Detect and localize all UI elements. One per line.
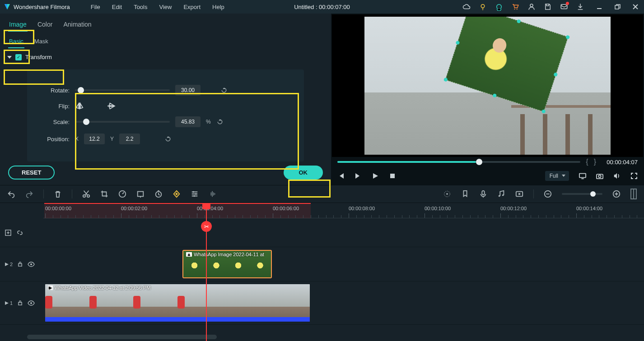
adjust-icon[interactable] [191,190,199,198]
undo-icon[interactable] [7,190,15,198]
support-icon[interactable] [495,3,503,11]
video-track-icon [5,301,9,305]
menu-help[interactable]: Help [208,2,229,12]
menu-export[interactable]: Export [179,2,205,12]
crop-icon[interactable] [100,190,108,198]
chevron-down-icon[interactable] [7,56,12,59]
svg-rect-14 [138,192,144,197]
timeline-ruler[interactable]: 00:00:00:0000:00:02:0000:00:04:0000:00:0… [43,203,644,218]
download-icon[interactable] [576,3,584,11]
svg-point-22 [499,195,500,197]
clip-image[interactable]: ▲WhatsApp Image 2022-04-11 at [182,250,272,278]
menu-file[interactable]: File [86,2,105,12]
prev-frame-icon[interactable] [337,172,345,180]
reset-button[interactable]: RESET [8,166,55,180]
flip-vertical-icon[interactable] [107,102,117,110]
music-icon[interactable] [497,190,505,198]
save-icon[interactable] [544,3,552,11]
svg-point-10 [598,175,601,177]
preview-progress-bar[interactable] [337,161,580,163]
track-2-label: 2 [10,262,13,267]
track-2: 2 ▲WhatsApp Image 2022-04-11 at [0,247,644,281]
render-icon[interactable] [443,190,451,198]
timeline-horizontal-scrollbar[interactable] [27,335,217,339]
svg-point-18 [193,195,195,197]
tab-animation[interactable]: Animation [62,19,92,32]
mic-icon[interactable] [479,190,487,198]
cart-icon[interactable] [511,3,519,11]
delete-icon[interactable] [54,190,62,198]
volume-icon[interactable] [613,172,621,180]
window-close-icon[interactable] [632,4,639,10]
menu-edit[interactable]: Edit [107,2,126,12]
tab-color[interactable]: Color [37,19,53,32]
clip-video-label: WhatsApp Video 2022-04-12 at 2:09:56 PM [55,285,151,290]
ok-button[interactable]: OK [284,166,323,180]
freeze-icon[interactable] [136,190,145,198]
messages-icon[interactable] [560,3,568,11]
track-lock-icon[interactable] [17,261,23,267]
position-y-input[interactable]: 2.2 [119,134,140,144]
duration-icon[interactable] [154,190,163,198]
window-minimize-icon[interactable] [596,4,602,10]
scale-value-input[interactable]: 45.83 [175,116,201,127]
zoom-slider[interactable] [562,193,602,195]
position-reset-icon[interactable] [164,135,172,143]
idea-icon[interactable] [479,3,487,11]
track-lock-icon[interactable] [17,300,23,306]
play-icon[interactable] [372,172,379,180]
preview-quality-dropdown[interactable]: Full [545,171,569,181]
app-brand-label: Wondershare Filmora [14,4,70,10]
clip-video[interactable]: ▶WhatsApp Video 2022-04-12 at 2:09:56 PM [44,283,311,323]
account-icon[interactable] [527,3,536,11]
rotate-value-input[interactable]: 30.00 [175,85,201,96]
preview-viewport[interactable] [332,14,643,157]
fullscreen-icon[interactable] [630,172,638,180]
snapshot-icon[interactable] [596,172,603,180]
subtab-mask[interactable]: Mask [33,36,49,48]
redo-icon[interactable] [25,190,33,198]
subtab-basic[interactable]: Basic [8,36,24,48]
add-track-icon[interactable] [5,229,12,236]
zoom-out-icon[interactable] [544,190,552,198]
svg-rect-30 [19,303,22,305]
next-frame-icon[interactable] [355,172,362,180]
scissors-icon[interactable]: ✂ [201,221,212,232]
mark-in-icon[interactable]: { [586,158,588,166]
mix-icon[interactable] [515,190,523,198]
speed-icon[interactable] [118,190,126,198]
section-transform-header[interactable]: ✓ Transform [0,48,331,66]
link-track-icon[interactable] [16,229,23,236]
scale-unit: % [206,119,211,125]
playhead[interactable]: ✂ [206,203,207,341]
keyframe-icon[interactable] [173,190,181,198]
zoom-fit-icon[interactable] [630,189,637,199]
svg-point-0 [481,5,485,8]
transform-checkbox[interactable]: ✓ [15,54,22,60]
tab-image[interactable]: Image [8,19,28,32]
svg-rect-21 [482,191,484,195]
track-visibility-icon[interactable] [28,262,35,267]
app-logo-icon [4,3,11,10]
properties-panel: Image Color Animation Basic Mask ✓ Trans… [0,14,331,185]
svg-rect-7 [390,174,395,178]
display-icon[interactable] [579,172,586,180]
marker-icon[interactable] [461,190,469,198]
mark-out-icon[interactable]: } [594,158,596,166]
scale-reset-icon[interactable] [216,118,224,125]
window-restore-icon[interactable] [614,4,621,10]
rotate-reset-icon[interactable] [220,87,228,94]
ruler-tick: 00:00:06:00 [273,206,299,211]
menu-tools[interactable]: Tools [129,2,152,12]
rotate-slider[interactable] [75,89,170,91]
flip-horizontal-icon[interactable] [75,102,85,110]
zoom-in-icon[interactable] [612,190,621,198]
stop-icon[interactable] [389,172,396,180]
position-x-input[interactable]: 12.2 [84,134,105,144]
scale-slider[interactable] [75,121,170,123]
menu-view[interactable]: View [154,2,176,12]
audio-wave-icon[interactable] [209,190,217,198]
track-visibility-icon[interactable] [28,300,35,306]
cloud-icon[interactable] [462,3,471,11]
cut-icon[interactable] [82,190,90,198]
